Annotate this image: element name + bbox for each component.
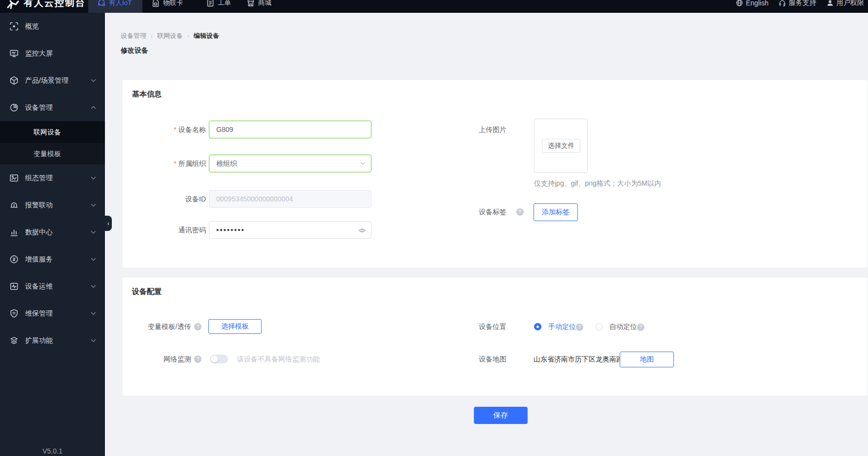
tab-work-order[interactable]: 工单 [206,0,231,12]
device-config-card: 设备配置 变量模板/透传 选择模板 网络监测 该设备不具备网络监测功能 设备位置… [122,277,868,396]
sidebar-item-label: 设备运维 [25,282,84,291]
app-version: V5.0.1 [0,447,105,455]
help-question-icon[interactable] [194,323,201,330]
chevron-down-icon [91,312,96,315]
breadcrumb: 设备管理 › 联网设备 › 编辑设备 [121,32,219,40]
auto-location-option[interactable]: 自动定位 [609,319,637,334]
device-id-label: 设备ID [122,190,206,208]
shield-icon [9,309,19,318]
sidebar-item-extensions[interactable]: 扩展功能 [0,327,105,354]
mall-icon [246,0,255,7]
help-question-icon[interactable] [576,324,583,331]
network-monitor-hint: 该设备不具备网络监测功能 [237,352,320,366]
product-cube-icon [9,76,19,85]
upload-dropzone[interactable]: 选择文件 [534,119,588,173]
language-switcher[interactable]: English [735,0,768,7]
sidebar-item-value-added-services[interactable]: 增值服务 [0,246,105,273]
device-config-title: 设备配置 [132,287,162,296]
eye-icon[interactable] [358,227,366,234]
help-question-icon[interactable] [637,324,644,331]
sidebar-item-scada[interactable]: 组态管理 [0,164,105,192]
sidebar-item-overview[interactable]: 概览 [0,13,105,40]
password-label: 通讯密码 [122,221,206,239]
ops-pulse-icon [9,282,19,291]
layers-icon [9,336,19,345]
password-input[interactable]: •••••••• [209,221,371,239]
help-question-icon[interactable] [194,356,201,363]
map-button[interactable]: 地图 [620,352,674,367]
breadcrumb-separator: › [151,33,153,39]
tab-label: 商城 [258,0,271,7]
main-content: 设备管理 › 联网设备 › 编辑设备 修改设备 基本信息 设备名称 所属组织 根… [105,13,868,456]
device-pie-icon [9,103,19,112]
tab-sim-card[interactable]: 物联卡 [151,0,183,12]
device-tag-label: 设备标签 [423,204,506,219]
network-monitor-label: 网络监测 [122,352,191,366]
choose-file-button[interactable]: 选择文件 [542,139,580,153]
support-menu[interactable]: 服务支持 [778,0,816,7]
add-tag-button[interactable]: 添加标签 [534,203,578,221]
sidebar-item-label: 报警联动 [25,201,84,210]
device-name-input[interactable] [209,121,371,138]
sidebar-item-maintenance[interactable]: 维保管理 [0,300,105,327]
scada-picture-icon [9,173,19,183]
save-button[interactable]: 保存 [474,407,528,424]
sidebar-item-data-center[interactable]: 数据中心 [0,219,105,246]
chevron-down-icon [91,230,96,234]
help-question-icon[interactable] [516,208,524,216]
globe-icon [735,0,743,7]
tab-iot[interactable]: 有人IoT [97,0,132,12]
sidebar-item-device-ops[interactable]: 设备运维 [0,273,105,300]
page-title: 修改设备 [121,46,148,55]
sidebar-item-label: 概览 [25,22,96,31]
manual-location-radio[interactable] [534,323,541,330]
user-permission-menu[interactable]: 用户权限 [826,0,864,7]
chevron-down-icon [91,79,96,82]
user-icon [826,0,834,7]
chevron-up-icon [91,106,96,109]
required-asterisk [174,160,178,167]
chevron-down-icon [360,162,366,165]
breadcrumb-current: 编辑设备 [194,32,219,40]
select-template-button[interactable]: 选择模板 [208,319,262,334]
device-management-submenu: 联网设备 变量模板 [0,121,105,164]
headset-icon [778,0,786,7]
app-title[interactable]: 有人云控制台 [24,0,86,12]
tab-label: 工单 [218,0,231,7]
sidebar-subitem-variable-template[interactable]: 变量模板 [0,143,105,164]
basic-info-card: 基本信息 设备名称 所属组织 根组织 设备ID 通讯密码 •••••••• [122,79,868,268]
sidebar: 概览 监控大屏 产品/场景管理 [0,13,105,456]
tab-label: 有人IoT [109,0,132,7]
device-name-label: 设备名称 [122,121,206,138]
auto-location-radio[interactable] [596,323,603,330]
topbar: 有人云控制台 有人IoT 物联卡 [0,0,868,13]
sidebar-item-label: 维保管理 [25,309,84,318]
app-window: 有人云控制台 有人IoT 物联卡 [0,0,868,456]
chevron-down-icon [91,176,96,180]
breadcrumb-networked-devices[interactable]: 联网设备 [157,32,183,40]
monitor-icon [9,49,19,58]
breadcrumb-device-management[interactable]: 设备管理 [121,32,146,40]
sidebar-item-alarm-linkage[interactable]: 报警联动 [0,192,105,219]
sidebar-item-monitor-screen[interactable]: 监控大屏 [0,40,105,67]
breadcrumb-separator: › [187,33,189,39]
sidebar-item-product-scene[interactable]: 产品/场景管理 [0,67,105,94]
sidebar-item-label: 组态管理 [25,174,84,183]
work-order-icon [206,0,215,7]
sidebar-item-label: 产品/场景管理 [25,76,84,85]
sidebar-item-label: 数据中心 [25,228,84,237]
sidebar-subitem-networked-devices[interactable]: 联网设备 [0,121,105,143]
device-map-label: 设备地图 [423,352,506,366]
password-masked-value: •••••••• [216,226,245,234]
variable-template-label: 变量模板/透传 [122,319,191,334]
tab-mall[interactable]: 商城 [246,0,271,12]
organization-select[interactable]: 根组织 [209,155,371,172]
sidebar-item-device-management[interactable]: 设备管理 [0,94,105,121]
logo-runner-icon[interactable] [5,0,20,12]
chevron-down-icon [91,339,96,342]
manual-location-option[interactable]: 手动定位 [548,319,576,334]
sidebar-collapse-handle[interactable]: ‹ [105,216,112,231]
device-id-input [209,190,371,208]
user-permission-label: 用户权限 [836,0,864,7]
organization-value: 根组织 [216,160,237,167]
